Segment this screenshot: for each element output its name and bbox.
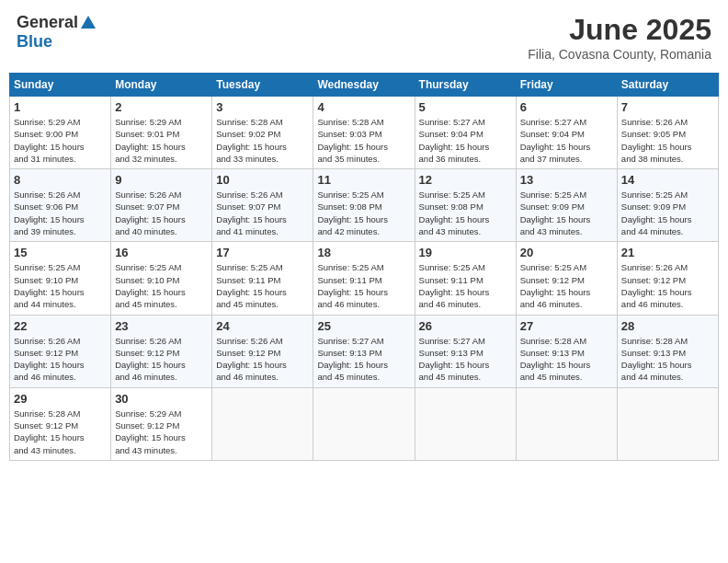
day-number: 28: [621, 319, 714, 333]
calendar-cell: 19Sunrise: 5:25 AM Sunset: 9:11 PM Dayli…: [415, 242, 516, 315]
calendar-cell: 6Sunrise: 5:27 AM Sunset: 9:04 PM Daylig…: [516, 97, 617, 169]
logo-triangle-icon: [81, 16, 96, 29]
day-info: Sunrise: 5:26 AM Sunset: 9:12 PM Dayligh…: [216, 335, 309, 384]
day-info: Sunrise: 5:25 AM Sunset: 9:10 PM Dayligh…: [115, 261, 208, 310]
day-number: 1: [14, 100, 107, 114]
calendar-cell: 15Sunrise: 5:25 AM Sunset: 9:10 PM Dayli…: [10, 242, 111, 315]
calendar-cell: 10Sunrise: 5:26 AM Sunset: 9:07 PM Dayli…: [212, 169, 313, 242]
day-info: Sunrise: 5:25 AM Sunset: 9:08 PM Dayligh…: [419, 189, 512, 237]
calendar-cell: 23Sunrise: 5:26 AM Sunset: 9:12 PM Dayli…: [111, 315, 212, 387]
weekday-header-tuesday: Tuesday: [212, 74, 313, 97]
calendar-cell: 14Sunrise: 5:25 AM Sunset: 9:09 PM Dayli…: [617, 169, 718, 242]
weekday-header-friday: Friday: [516, 74, 617, 97]
logo-blue: Blue: [17, 32, 52, 52]
day-number: 23: [115, 319, 208, 333]
day-number: 6: [520, 100, 613, 114]
day-info: Sunrise: 5:28 AM Sunset: 9:13 PM Dayligh…: [520, 335, 613, 384]
calendar-cell: [212, 387, 313, 460]
calendar-cell: 29Sunrise: 5:28 AM Sunset: 9:12 PM Dayli…: [10, 387, 111, 460]
month-title: June 2025: [528, 13, 711, 47]
calendar-cell: [516, 387, 617, 460]
day-number: 14: [621, 173, 714, 187]
calendar-cell: [617, 387, 718, 460]
calendar-cell: 25Sunrise: 5:27 AM Sunset: 9:13 PM Dayli…: [313, 315, 415, 387]
day-number: 30: [115, 392, 208, 406]
day-number: 2: [115, 100, 208, 114]
calendar-cell: 26Sunrise: 5:27 AM Sunset: 9:13 PM Dayli…: [415, 315, 516, 387]
day-number: 17: [216, 246, 309, 259]
calendar-cell: 12Sunrise: 5:25 AM Sunset: 9:08 PM Dayli…: [415, 169, 516, 242]
calendar-cell: 3Sunrise: 5:28 AM Sunset: 9:02 PM Daylig…: [212, 97, 313, 169]
day-number: 19: [419, 246, 512, 259]
day-info: Sunrise: 5:26 AM Sunset: 9:12 PM Dayligh…: [621, 261, 714, 310]
day-number: 11: [317, 173, 410, 187]
day-info: Sunrise: 5:25 AM Sunset: 9:12 PM Dayligh…: [520, 261, 613, 310]
day-info: Sunrise: 5:25 AM Sunset: 9:11 PM Dayligh…: [317, 261, 410, 310]
day-info: Sunrise: 5:28 AM Sunset: 9:13 PM Dayligh…: [621, 335, 714, 384]
calendar-cell: 1Sunrise: 5:29 AM Sunset: 9:00 PM Daylig…: [10, 97, 111, 169]
location-title: Filia, Covasna County, Romania: [528, 47, 711, 62]
day-number: 10: [216, 173, 309, 187]
day-info: Sunrise: 5:26 AM Sunset: 9:12 PM Dayligh…: [14, 335, 107, 384]
day-number: 29: [14, 392, 107, 406]
calendar-cell: 21Sunrise: 5:26 AM Sunset: 9:12 PM Dayli…: [617, 242, 718, 315]
day-info: Sunrise: 5:28 AM Sunset: 9:03 PM Dayligh…: [317, 116, 410, 165]
day-number: 16: [115, 246, 208, 259]
logo: General Blue: [17, 13, 96, 52]
day-info: Sunrise: 5:26 AM Sunset: 9:05 PM Dayligh…: [621, 116, 714, 165]
day-info: Sunrise: 5:25 AM Sunset: 9:11 PM Dayligh…: [419, 261, 512, 310]
weekday-header-saturday: Saturday: [617, 74, 718, 97]
weekday-header-wednesday: Wednesday: [313, 74, 415, 97]
calendar-cell: 28Sunrise: 5:28 AM Sunset: 9:13 PM Dayli…: [617, 315, 718, 387]
calendar-cell: 16Sunrise: 5:25 AM Sunset: 9:10 PM Dayli…: [111, 242, 212, 315]
day-number: 18: [317, 246, 410, 259]
day-info: Sunrise: 5:28 AM Sunset: 9:12 PM Dayligh…: [14, 408, 107, 456]
day-number: 5: [419, 100, 512, 114]
day-info: Sunrise: 5:25 AM Sunset: 9:08 PM Dayligh…: [317, 189, 410, 237]
day-info: Sunrise: 5:27 AM Sunset: 9:04 PM Dayligh…: [419, 116, 512, 165]
day-info: Sunrise: 5:26 AM Sunset: 9:06 PM Dayligh…: [14, 189, 107, 237]
calendar-cell: 8Sunrise: 5:26 AM Sunset: 9:06 PM Daylig…: [10, 169, 111, 242]
day-number: 3: [216, 100, 309, 114]
day-info: Sunrise: 5:25 AM Sunset: 9:09 PM Dayligh…: [621, 189, 714, 237]
day-info: Sunrise: 5:27 AM Sunset: 9:04 PM Dayligh…: [520, 116, 613, 165]
day-info: Sunrise: 5:26 AM Sunset: 9:07 PM Dayligh…: [115, 189, 208, 237]
day-info: Sunrise: 5:25 AM Sunset: 9:09 PM Dayligh…: [520, 189, 613, 237]
calendar-cell: 24Sunrise: 5:26 AM Sunset: 9:12 PM Dayli…: [212, 315, 313, 387]
day-number: 9: [115, 173, 208, 187]
day-number: 7: [621, 100, 714, 114]
day-number: 22: [14, 319, 107, 333]
calendar-cell: 18Sunrise: 5:25 AM Sunset: 9:11 PM Dayli…: [313, 242, 415, 315]
calendar-cell: 4Sunrise: 5:28 AM Sunset: 9:03 PM Daylig…: [313, 97, 415, 169]
calendar-cell: 30Sunrise: 5:29 AM Sunset: 9:12 PM Dayli…: [111, 387, 212, 460]
title-area: June 2025 Filia, Covasna County, Romania: [528, 13, 711, 62]
calendar-cell: 11Sunrise: 5:25 AM Sunset: 9:08 PM Dayli…: [313, 169, 415, 242]
calendar-cell: 13Sunrise: 5:25 AM Sunset: 9:09 PM Dayli…: [516, 169, 617, 242]
day-info: Sunrise: 5:27 AM Sunset: 9:13 PM Dayligh…: [419, 335, 512, 384]
header: General Blue June 2025 Filia, Covasna Co…: [9, 9, 719, 65]
day-info: Sunrise: 5:29 AM Sunset: 9:12 PM Dayligh…: [115, 408, 208, 456]
day-info: Sunrise: 5:26 AM Sunset: 9:07 PM Dayligh…: [216, 189, 309, 237]
day-number: 21: [621, 246, 714, 259]
day-number: 20: [520, 246, 613, 259]
day-number: 8: [14, 173, 107, 187]
day-info: Sunrise: 5:27 AM Sunset: 9:13 PM Dayligh…: [317, 335, 410, 384]
calendar-cell: 27Sunrise: 5:28 AM Sunset: 9:13 PM Dayli…: [516, 315, 617, 387]
day-info: Sunrise: 5:25 AM Sunset: 9:10 PM Dayligh…: [14, 261, 107, 310]
calendar-cell: 2Sunrise: 5:29 AM Sunset: 9:01 PM Daylig…: [111, 97, 212, 169]
calendar-cell: 17Sunrise: 5:25 AM Sunset: 9:11 PM Dayli…: [212, 242, 313, 315]
calendar-cell: 20Sunrise: 5:25 AM Sunset: 9:12 PM Dayli…: [516, 242, 617, 315]
day-info: Sunrise: 5:29 AM Sunset: 9:00 PM Dayligh…: [14, 116, 107, 165]
day-info: Sunrise: 5:26 AM Sunset: 9:12 PM Dayligh…: [115, 335, 208, 384]
logo-general: General: [17, 13, 78, 32]
weekday-header-monday: Monday: [111, 74, 212, 97]
calendar-cell: 9Sunrise: 5:26 AM Sunset: 9:07 PM Daylig…: [111, 169, 212, 242]
calendar-cell: 22Sunrise: 5:26 AM Sunset: 9:12 PM Dayli…: [10, 315, 111, 387]
day-info: Sunrise: 5:28 AM Sunset: 9:02 PM Dayligh…: [216, 116, 309, 165]
day-number: 27: [520, 319, 613, 333]
day-number: 15: [14, 246, 107, 259]
day-number: 25: [317, 319, 410, 333]
day-number: 12: [419, 173, 512, 187]
calendar: SundayMondayTuesdayWednesdayThursdayFrid…: [9, 73, 719, 461]
calendar-cell: [415, 387, 516, 460]
